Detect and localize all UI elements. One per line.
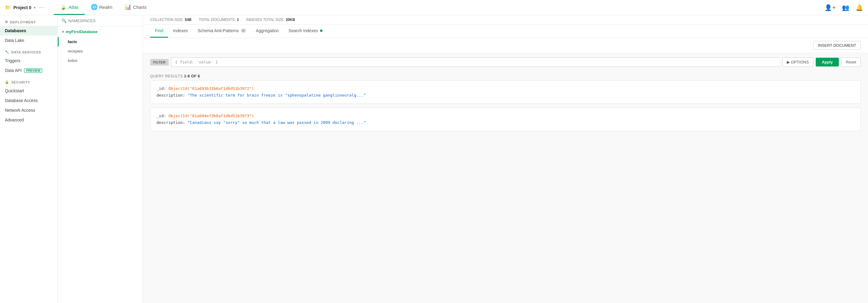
sidebar-item-advanced[interactable]: Advanced	[0, 115, 57, 125]
project-name: Project 0	[13, 5, 31, 10]
top-nav: 📁 Project 0 ▾ ⋯ 🍃 Atlas 🌐 Realm 📊 Charts…	[0, 0, 868, 15]
tab-realm[interactable]: 🌐 Realm	[85, 0, 119, 15]
person-add-icon[interactable]: 👤+	[825, 4, 836, 11]
top-nav-tabs: 🍃 Atlas 🌐 Realm 📊 Charts	[54, 0, 153, 15]
namespace-panel: 🔍 ▾ myFirstDatabase facts recepies todos	[58, 15, 143, 303]
schema-anti-patterns-badge: 0	[241, 29, 246, 33]
tab-indexes[interactable]: Indexes	[168, 25, 193, 38]
documents-area: _id: ObjectId("61a693b33b6af1d6d51b3972"…	[143, 80, 868, 303]
data-services-icon: 🔧	[5, 50, 9, 54]
document-row: _id: ObjectId("61a693b33b6af1d6d51b3972"…	[157, 85, 854, 92]
document-card: _id: ObjectId("61a693b33b6af1d6d51b3972"…	[150, 80, 861, 104]
top-nav-right: 👤+ 👥 🔔	[825, 4, 863, 11]
realm-icon: 🌐	[91, 4, 98, 10]
query-results-label: QUERY RESULTS 1-6 OF 6	[143, 71, 868, 80]
document-row: description: "The scientific term for br…	[157, 92, 854, 99]
section-deployment: ⚙ DEPLOYMENT	[0, 15, 57, 26]
document-row: _id: ObjectId("61a694ef3b6af1d6d51b3973"…	[157, 113, 854, 119]
tab-aggregation[interactable]: Aggregation	[251, 25, 284, 38]
tab-schema-anti-patterns[interactable]: Schema Anti-Patterns 0	[193, 25, 251, 38]
tab-charts-label: Charts	[133, 5, 147, 10]
collection-size-label: COLLECTION SIZE: 54B	[150, 18, 191, 22]
folder-icon: 📁	[5, 5, 11, 10]
sidebar-item-triggers[interactable]: Triggers	[0, 56, 57, 66]
atlas-icon: 🍃	[60, 4, 67, 10]
namespace-search-bar[interactable]: 🔍	[58, 15, 143, 26]
doc-id-1: ObjectId("61a694ef3b6af1d6d51b3973")	[168, 113, 254, 118]
total-documents-value: 1	[237, 18, 239, 22]
tabs-bar: Find Indexes Schema Anti-Patterns 0 Aggr…	[143, 25, 868, 38]
left-sidebar: ⚙ DEPLOYMENT Databases Data Lake 🔧 DATA …	[0, 15, 58, 303]
chevron-down-icon: ▾	[62, 30, 64, 34]
tab-find[interactable]: Find	[150, 25, 168, 38]
reset-button[interactable]: Reset	[841, 57, 861, 67]
filter-input[interactable]	[171, 57, 780, 67]
doc-id-0: ObjectId("61a693b33b6af1d6d51b3972")	[168, 86, 254, 91]
sidebar-item-quickstart[interactable]: Quickstart	[0, 86, 57, 96]
deployment-icon: ⚙	[5, 20, 8, 24]
database-item-myFirstDatabase[interactable]: ▾ myFirstDatabase	[58, 26, 143, 37]
query-results-range: 1-6 OF 6	[184, 74, 200, 78]
document-row: description: "Canadians say "sorry" so m…	[157, 119, 854, 126]
project-dropdown-icon[interactable]: ▾	[34, 5, 36, 10]
filter-label: FILTER	[150, 59, 169, 66]
total-documents-label: TOTAL DOCUMENTS: 1	[199, 18, 239, 22]
sidebar-item-data-lake[interactable]: Data Lake	[0, 36, 57, 45]
sidebar-item-database-access[interactable]: Database Access	[0, 96, 57, 105]
main-layout: ⚙ DEPLOYMENT Databases Data Lake 🔧 DATA …	[0, 15, 868, 303]
indexes-total-size-label: INDEXES TOTAL SIZE: 20KB	[246, 18, 295, 22]
collection-size-value: 54B	[185, 18, 191, 22]
tab-atlas[interactable]: 🍃 Atlas	[54, 0, 85, 15]
people-icon[interactable]: 👥	[842, 4, 849, 11]
namespace-search-input[interactable]	[68, 19, 139, 23]
section-data-services: 🔧 DATA SERVICES	[0, 45, 57, 56]
doc-desc-0: "The scientific term for brain freeze is…	[188, 93, 366, 97]
document-card: _id: ObjectId("61a694ef3b6af1d6d51b3973"…	[150, 107, 861, 131]
sidebar-item-data-api[interactable]: Data API PREVIEW	[0, 66, 57, 75]
tab-realm-label: Realm	[99, 5, 113, 10]
insert-document-bar: INSERT DOCUMENT	[143, 38, 868, 53]
more-options-icon[interactable]: ⋯	[39, 5, 44, 10]
tab-atlas-label: Atlas	[68, 5, 79, 10]
options-button[interactable]: ▶ OPTIONS	[782, 57, 813, 67]
sidebar-item-network-access[interactable]: Network Access	[0, 105, 57, 115]
collection-item-facts[interactable]: facts	[58, 37, 143, 46]
insert-document-button[interactable]: INSERT DOCUMENT	[813, 41, 861, 50]
collection-name-facts: facts	[68, 39, 77, 44]
collection-name-todos: todos	[68, 58, 78, 63]
collection-item-todos[interactable]: todos	[58, 56, 143, 65]
database-name: myFirstDatabase	[66, 29, 98, 34]
doc-desc-1: "Canadians say "sorry" so much that a la…	[188, 120, 366, 125]
charts-icon: 📊	[125, 4, 131, 10]
sidebar-item-databases[interactable]: Databases	[0, 26, 57, 36]
main-content: COLLECTION SIZE: 54B TOTAL DOCUMENTS: 1 …	[143, 15, 868, 303]
tab-search-indexes[interactable]: Search Indexes	[284, 25, 327, 38]
lock-icon: 🔒	[5, 80, 9, 84]
search-icon: 🔍	[61, 18, 67, 23]
tab-charts[interactable]: 📊 Charts	[119, 0, 153, 15]
filter-bar: FILTER ▶ OPTIONS Apply Reset	[143, 53, 868, 71]
preview-badge: PREVIEW	[24, 68, 42, 73]
collection-item-recepies[interactable]: recepies	[58, 46, 143, 56]
collection-name-recepies: recepies	[68, 49, 83, 54]
indexes-total-size-value: 20KB	[286, 18, 295, 22]
meta-bar: COLLECTION SIZE: 54B TOTAL DOCUMENTS: 1 …	[143, 15, 868, 25]
project-selector[interactable]: 📁 Project 0 ▾ ⋯	[5, 5, 44, 10]
apply-button[interactable]: Apply	[816, 58, 839, 66]
section-security: 🔒 SECURITY	[0, 75, 57, 86]
bell-icon[interactable]: 🔔	[856, 4, 863, 11]
search-indexes-dot	[320, 29, 322, 32]
